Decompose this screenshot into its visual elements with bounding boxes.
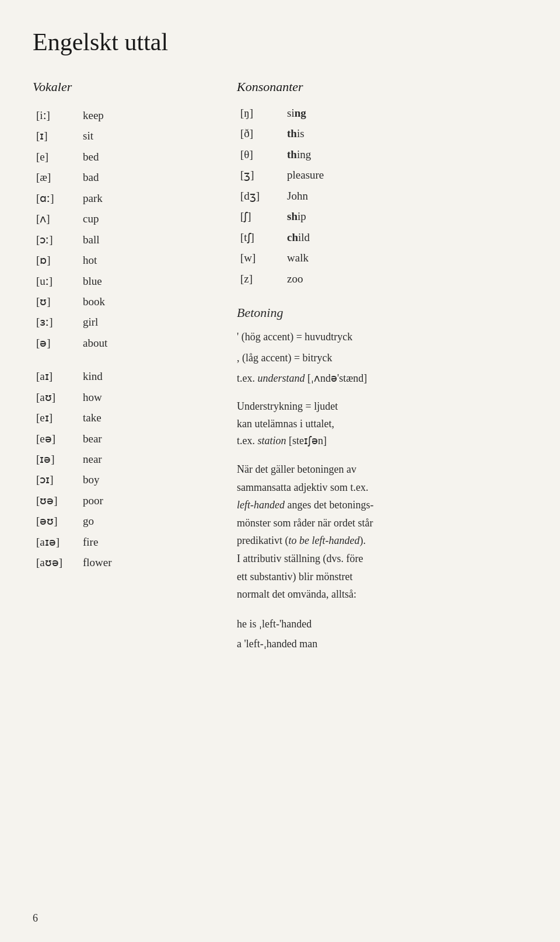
ipa-symbol: [eə]	[33, 428, 79, 449]
betoning-title: Betoning	[237, 305, 527, 320]
ipa-symbol: [aɪ]	[33, 366, 79, 386]
consonants-title: Konsonanter	[237, 79, 527, 95]
ipa-symbol: [e]	[33, 146, 79, 167]
example-word: John	[284, 186, 527, 206]
example-word: sit	[79, 125, 219, 146]
ipa-symbol: [ʊ]	[33, 291, 79, 312]
example-word: child	[284, 227, 527, 247]
beskrivning-line: left-handed anges det betonings-	[237, 496, 527, 514]
beskrivning-line: predikativt (to be left-handed).	[237, 532, 527, 550]
vowel-row: [iː]keep	[33, 105, 219, 125]
example-word: girl	[79, 312, 219, 332]
example-word: poor	[79, 490, 219, 511]
example-word: how	[79, 387, 219, 407]
ipa-symbol: [ʒ]	[237, 165, 284, 185]
example-word: thing	[284, 144, 527, 165]
example-word: bed	[79, 146, 219, 167]
beskrivning-line: normalt det omvända, alltså:	[237, 585, 527, 603]
vowel-row: [ʌ]cup	[33, 208, 219, 229]
diphthong-row: [eə]bear	[33, 428, 219, 449]
understrykning-line: Understrykning = ljudet	[237, 398, 527, 416]
example-word: book	[79, 291, 219, 312]
ipa-symbol: [aɪə]	[33, 532, 79, 552]
consonant-row: [dʒ]John	[237, 186, 527, 206]
ipa-symbol: [ʊə]	[33, 490, 79, 511]
vowel-row: [ə]about	[33, 333, 219, 353]
beskrivning-line: ett substantiv) blir mönstret	[237, 568, 527, 586]
ipa-symbol: [w]	[237, 247, 284, 268]
diphthongs-table: [aɪ]kind[aʊ]how[eɪ]take[eə]bear[ɪə]near[…	[33, 366, 219, 573]
ipa-symbol: [aʊ]	[33, 387, 79, 407]
diphthong-row: [aʊə]flower	[33, 552, 219, 573]
example-word: park	[79, 188, 219, 208]
consonant-row: [w]walk	[237, 247, 527, 268]
example-word: ball	[79, 229, 219, 250]
ipa-symbol: [ɔɪ]	[33, 469, 79, 490]
consonant-row: [ʃ]ship	[237, 206, 527, 226]
consonant-row: [ð]this	[237, 123, 527, 144]
example-word: zoo	[284, 268, 527, 289]
example-word: pleasure	[284, 165, 527, 185]
ipa-symbol: [uː]	[33, 271, 79, 291]
example-word: hot	[79, 250, 219, 270]
consonant-row: [θ]thing	[237, 144, 527, 165]
beskrivning-line: sammansatta adjektiv som t.ex.	[237, 479, 527, 497]
ipa-symbol: [θ]	[237, 144, 284, 165]
ipa-symbol: [ʃ]	[237, 206, 284, 226]
example-word: blue	[79, 271, 219, 291]
ipa-symbol: [ŋ]	[237, 103, 284, 123]
ipa-symbol: [aʊə]	[33, 552, 79, 573]
example-word: boy	[79, 469, 219, 490]
consonants-table: [ŋ]sing[ð]this[θ]thing[ʒ]pleasure[dʒ]Joh…	[237, 103, 527, 289]
example-word: about	[79, 333, 219, 353]
ipa-symbol: [ɔː]	[33, 229, 79, 250]
diphthong-row: [ɔɪ]boy	[33, 469, 219, 490]
vowel-row: [æ]bad	[33, 167, 219, 187]
example-word: flower	[79, 552, 219, 573]
vowels-title: Vokaler	[33, 79, 219, 95]
ipa-symbol: [ɒ]	[33, 250, 79, 270]
ipa-symbol: [eɪ]	[33, 407, 79, 428]
ipa-symbol: [ʌ]	[33, 208, 79, 229]
ipa-symbol: [iː]	[33, 105, 79, 125]
diphthong-row: [aɪ]kind	[33, 366, 219, 386]
consonant-row: [z]zoo	[237, 268, 527, 289]
betoning-line: t.ex. understand [ˌʌndə'stænd]	[237, 370, 527, 388]
ipa-symbol: [ɜː]	[33, 312, 79, 332]
diphthong-row: [eɪ]take	[33, 407, 219, 428]
example-word: take	[79, 407, 219, 428]
ipa-symbol: [ə]	[33, 333, 79, 353]
beskrivning-line: I attributiv ställning (dvs. före	[237, 550, 527, 568]
page-title: Engelskt uttal	[33, 28, 527, 56]
vowel-row: [ɜː]girl	[33, 312, 219, 332]
understrykning-line: t.ex. station [steɪʃən]	[237, 432, 527, 450]
vowel-row: [ɑː]park	[33, 188, 219, 208]
consonants-section: Konsonanter [ŋ]sing[ð]this[θ]thing[ʒ]ple…	[237, 79, 527, 289]
consonant-row: [tʃ]child	[237, 227, 527, 247]
vowel-row: [ɔː]ball	[33, 229, 219, 250]
main-layout: Vokaler [iː]keep[ɪ]sit[e]bed[æ]bad[ɑː]pa…	[33, 79, 527, 655]
consonant-row: [ŋ]sing	[237, 103, 527, 123]
vowel-row: [ɪ]sit	[33, 125, 219, 146]
example-word: keep	[79, 105, 219, 125]
example-word: walk	[284, 247, 527, 268]
understrykning-text: Understrykning = ljudetkan utelämnas i u…	[237, 398, 527, 450]
example-word: near	[79, 449, 219, 469]
example-word: cup	[79, 208, 219, 229]
vowels-table: [iː]keep[ɪ]sit[e]bed[æ]bad[ɑː]park[ʌ]cup…	[33, 105, 219, 353]
example-line: a 'left-ˌhanded man	[237, 635, 527, 653]
ipa-symbol: [ð]	[237, 123, 284, 144]
betoning-section: Betoning ' (hög accent) = huvudtryck, (l…	[237, 305, 527, 388]
left-column: Vokaler [iː]keep[ɪ]sit[e]bed[æ]bad[ɑː]pa…	[33, 79, 231, 579]
ipa-symbol: [tʃ]	[237, 227, 284, 247]
right-column: Konsonanter [ŋ]sing[ð]this[θ]thing[ʒ]ple…	[231, 79, 527, 655]
beskrivning-line: mönster som råder när ordet står	[237, 514, 527, 532]
example-word: ship	[284, 206, 527, 226]
beskrivning-text: När det gäller betoningen avsammansatta …	[237, 460, 527, 603]
ipa-symbol: [əʊ]	[33, 511, 79, 531]
diphthong-row: [ʊə]poor	[33, 490, 219, 511]
diphthong-row: [aʊ]how	[33, 387, 219, 407]
beskrivning-section: När det gäller betoningen avsammansatta …	[237, 460, 527, 603]
ipa-symbol: [æ]	[33, 167, 79, 187]
example-word: sing	[284, 103, 527, 123]
